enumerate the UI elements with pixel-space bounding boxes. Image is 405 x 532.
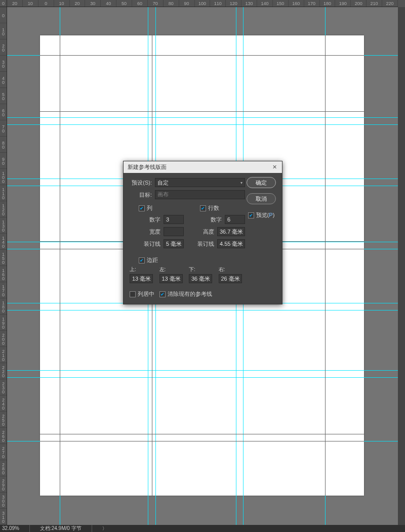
- ruler-tick: 300: [0, 493, 7, 509]
- ruler-tick: 60: [132, 0, 148, 7]
- ruler-tick: 70: [148, 0, 164, 7]
- ruler-tick: 220: [0, 363, 7, 379]
- col-width-input[interactable]: [164, 227, 184, 236]
- doc-info: 文档:24.9M/0 字节: [40, 525, 92, 532]
- guide-horizontal[interactable]: [7, 117, 398, 118]
- ruler-tick: 100: [0, 169, 7, 185]
- chevron-right-icon[interactable]: 〉: [102, 525, 107, 532]
- ruler-tick: 100: [195, 0, 211, 7]
- zoom-level[interactable]: 32.09%: [2, 525, 30, 532]
- ruler-tick: 170: [0, 282, 7, 298]
- close-icon[interactable]: ✕: [271, 164, 278, 171]
- ruler-tick: 230: [0, 379, 7, 395]
- cancel-button[interactable]: 取消: [247, 193, 276, 204]
- ruler-tick: 70: [0, 120, 7, 137]
- ruler-tick: 110: [210, 0, 226, 7]
- ruler-tick: 190: [0, 315, 7, 331]
- ruler-tick: 220: [382, 0, 398, 7]
- margin-bottom-label: 下:: [189, 266, 216, 273]
- margin-label: 边距: [147, 256, 158, 264]
- ruler-tick: 40: [0, 72, 7, 88]
- target-field: 画布: [155, 190, 245, 199]
- ruler-tick: 140: [257, 0, 273, 7]
- ok-button[interactable]: 确定: [247, 177, 276, 188]
- margin-top-input[interactable]: [130, 274, 153, 283]
- grid-line: [40, 434, 364, 434]
- ruler-tick: 80: [164, 0, 179, 7]
- dialog-titlebar[interactable]: 新建参考线版面 ✕: [124, 161, 282, 173]
- ruler-tick: 20: [70, 0, 86, 7]
- guide-horizontal[interactable]: [7, 377, 398, 378]
- ruler-tick: 200: [351, 0, 367, 7]
- grid-line: [40, 55, 364, 56]
- ruler-tick: 50: [0, 88, 7, 104]
- ruler-tick: 310: [0, 509, 7, 525]
- center-columns-checkbox[interactable]: ✔: [130, 291, 136, 297]
- ruler-tick: 200: [0, 331, 7, 347]
- grid-line: [40, 111, 364, 112]
- ruler-tick: 10: [54, 0, 70, 7]
- grid-line: [60, 35, 60, 496]
- row-count-input[interactable]: [225, 215, 245, 224]
- guide-horizontal[interactable]: [7, 370, 398, 371]
- ruler-tick: 0: [0, 7, 7, 23]
- ruler-tick: 20: [0, 39, 7, 56]
- row-count-label: 数字: [207, 216, 222, 224]
- ruler-tick: 210: [367, 0, 382, 7]
- ruler-tick: 210: [0, 347, 7, 363]
- ruler-tick: 180: [320, 0, 336, 7]
- ruler-tick: 50: [116, 0, 132, 7]
- preview-checkbox[interactable]: ✔: [248, 212, 254, 218]
- grid-line: [40, 441, 364, 441]
- ruler-tick: 190: [335, 0, 351, 7]
- ruler-tick: 80: [0, 137, 7, 153]
- guide-horizontal[interactable]: [7, 124, 398, 125]
- rows-checkbox[interactable]: ✔: [200, 205, 206, 211]
- preset-select[interactable]: 自定▾: [155, 178, 245, 187]
- columns-checkbox[interactable]: ✔: [139, 205, 145, 211]
- margin-right-label: 右:: [219, 266, 246, 273]
- guide-horizontal[interactable]: [7, 310, 398, 311]
- margin-left-input[interactable]: [159, 274, 183, 283]
- col-gutter-label: 装订线: [140, 240, 160, 248]
- grid-line: [325, 35, 326, 496]
- ruler-tick: 180: [0, 298, 7, 315]
- ruler-tick: 150: [0, 250, 7, 266]
- scrollbar-vertical[interactable]: [398, 7, 405, 525]
- ruler-tick: 240: [0, 395, 7, 412]
- columns-label: 列: [147, 204, 152, 212]
- clear-guides-label: 清除现有的参考线: [168, 290, 212, 298]
- ruler-tick: 120: [226, 0, 241, 7]
- new-guide-layout-dialog: 新建参考线版面 ✕ 确定 取消 ✔ 预览(P) 预设(S): 自定▾ 目标:: [123, 161, 282, 304]
- col-count-input[interactable]: [164, 215, 184, 224]
- row-gutter-input[interactable]: [217, 239, 245, 248]
- margin-bottom-input[interactable]: [189, 274, 212, 283]
- col-width-label: 宽度: [145, 228, 160, 236]
- ruler-horizontal[interactable]: 2010010203040506070809010011012013014015…: [7, 0, 398, 7]
- chevron-down-icon: ▾: [240, 181, 242, 185]
- ruler-tick: 10: [0, 23, 7, 39]
- ruler-corner: 0: [0, 0, 7, 7]
- margin-left-label: 左:: [159, 266, 186, 273]
- ruler-tick: 90: [179, 0, 195, 7]
- target-label: 目标:: [130, 191, 152, 199]
- ruler-tick: 0: [38, 0, 54, 7]
- col-count-label: 数字: [145, 216, 160, 224]
- col-gutter-input[interactable]: [164, 239, 184, 248]
- ruler-tick: 10: [23, 0, 38, 7]
- ruler-tick: 110: [0, 185, 7, 201]
- preview-label: 预览(P): [256, 211, 275, 219]
- status-bar: 32.09% 文档:24.9M/0 字节 〉: [0, 525, 405, 532]
- clear-guides-checkbox[interactable]: ✔: [159, 291, 166, 297]
- row-gutter-label: 装订线: [194, 240, 214, 248]
- row-height-input[interactable]: [217, 227, 245, 236]
- margin-checkbox[interactable]: ✔: [139, 257, 145, 263]
- ruler-tick: 40: [101, 0, 116, 7]
- row-height-label: 高度: [199, 228, 214, 236]
- margin-right-input[interactable]: [219, 274, 242, 283]
- ruler-tick: 30: [0, 56, 7, 72]
- preset-label: 预设(S):: [130, 179, 152, 187]
- ruler-tick: 170: [304, 0, 320, 7]
- center-columns-label: 列居中: [138, 290, 154, 298]
- ruler-vertical[interactable]: 0102030405060708090100110120130140150160…: [0, 7, 7, 525]
